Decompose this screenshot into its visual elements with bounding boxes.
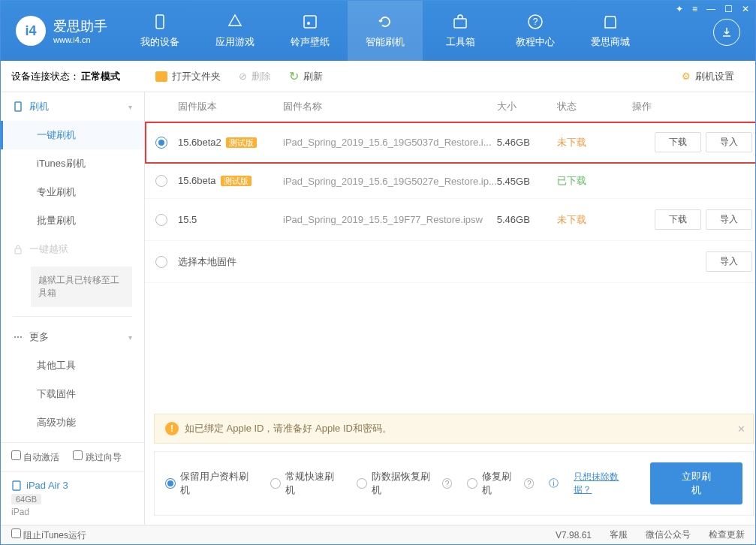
appleid-banner: ! 如已绑定 Apple ID，请准备好 Apple ID和密码。 ✕ bbox=[154, 414, 754, 444]
flash-option[interactable]: 保留用户资料刷机 bbox=[165, 470, 255, 497]
sidebar-section-more[interactable]: 更多 ▾ bbox=[1, 323, 144, 351]
window-controls: ✦ ≡ — ☐ ✕ bbox=[676, 4, 749, 14]
toolbar: 打开文件夹 ⊘ 删除 ↻ 刷新 ⚙ 刷机设置 bbox=[145, 61, 756, 92]
wechat-link[interactable]: 微信公众号 bbox=[646, 528, 691, 541]
nav-store[interactable]: 爱思商城 bbox=[573, 1, 648, 61]
close-icon[interactable]: ✕ bbox=[742, 4, 749, 14]
option-radio[interactable] bbox=[467, 478, 477, 489]
skip-guide-checkbox[interactable]: 跳过向导 bbox=[73, 450, 121, 464]
sidebar-item-oneclick[interactable]: 一键刷机 bbox=[1, 121, 144, 149]
svg-rect-6 bbox=[15, 102, 21, 111]
refresh-button[interactable]: ↻ 刷新 bbox=[289, 69, 323, 83]
logo: i4 爱思助手 www.i4.cn bbox=[1, 16, 122, 46]
flash-option[interactable]: 防数据恢复刷机? bbox=[357, 470, 452, 497]
media-icon bbox=[301, 13, 319, 31]
firmware-table: 15.6beta2测试版 iPad_Spring_2019_15.6_19G50… bbox=[145, 122, 756, 408]
status-text: 未下载 bbox=[557, 136, 632, 149]
minimize-icon[interactable]: — bbox=[706, 4, 715, 14]
row-radio[interactable] bbox=[155, 137, 167, 149]
folder-icon bbox=[155, 71, 167, 82]
sidebar-item-othertools[interactable]: 其他工具 bbox=[1, 351, 144, 380]
info-icon: ⓘ bbox=[549, 477, 559, 490]
svg-text:?: ? bbox=[533, 17, 538, 27]
list-icon[interactable]: ≡ bbox=[692, 4, 697, 14]
firmware-row[interactable]: 15.6beta2测试版 iPad_Spring_2019_15.6_19G50… bbox=[145, 122, 756, 164]
sidebar-section-jailbreak: 一键越狱 bbox=[1, 235, 144, 263]
nav-apps[interactable]: 应用游戏 bbox=[197, 1, 273, 61]
option-radio[interactable] bbox=[165, 478, 176, 489]
beta-badge: 测试版 bbox=[226, 137, 257, 148]
svg-point-2 bbox=[307, 22, 310, 25]
option-radio[interactable] bbox=[357, 478, 367, 489]
sidebar-item-pro[interactable]: 专业刷机 bbox=[1, 178, 144, 206]
auto-activate-checkbox[interactable]: 自动激活 bbox=[11, 450, 59, 464]
row-radio[interactable] bbox=[155, 256, 167, 268]
table-header: 固件版本 固件名称 大小 状态 操作 bbox=[145, 92, 756, 122]
sidebar-item-download-fw[interactable]: 下载固件 bbox=[1, 380, 144, 408]
firmware-row[interactable]: 15.5 iPad_Spring_2019_15.5_19F77_Restore… bbox=[145, 199, 756, 241]
row-radio[interactable] bbox=[155, 214, 167, 226]
size-text: 5.46GB bbox=[497, 137, 557, 148]
sidebar-item-batch[interactable]: 批量刷机 bbox=[1, 206, 144, 235]
download-circle-button[interactable] bbox=[713, 19, 740, 46]
import-button[interactable]: 导入 bbox=[706, 251, 752, 272]
menu-icon[interactable]: ✦ bbox=[676, 4, 683, 14]
flash-option[interactable]: 常规快速刷机 bbox=[270, 470, 342, 497]
size-text: 5.46GB bbox=[497, 214, 557, 225]
version-text: 15.5 bbox=[178, 214, 197, 225]
beta-badge: 测试版 bbox=[221, 176, 251, 186]
sidebar: 设备连接状态： 正常模式 刷机 ▾ 一键刷机 iTunes刷机 专业刷机 批量刷… bbox=[1, 61, 145, 525]
help-icon[interactable]: ? bbox=[442, 478, 453, 489]
nav-help[interactable]: ?教程中心 bbox=[498, 1, 573, 61]
sidebar-item-itunes[interactable]: iTunes刷机 bbox=[1, 149, 144, 178]
service-link[interactable]: 客服 bbox=[610, 528, 628, 541]
erase-link[interactable]: 只想抹除数据？ bbox=[574, 471, 635, 496]
firmware-row[interactable]: 选择本地固件 导入 bbox=[145, 241, 756, 283]
device-icon bbox=[151, 13, 169, 31]
device-info: iPad Air 3 64GB iPad bbox=[1, 471, 144, 525]
app-url: www.i4.cn bbox=[53, 35, 107, 44]
firmware-name: iPad_Spring_2019_15.6_19G5027e_Restore.i… bbox=[283, 176, 497, 187]
svg-point-9 bbox=[17, 336, 19, 338]
row-radio[interactable] bbox=[155, 175, 167, 187]
firmware-name: iPad_Spring_2019_15.6_19G5037d_Restore.i… bbox=[283, 137, 497, 148]
header: i4 爱思助手 www.i4.cn 我的设备应用游戏铃声壁纸智能刷机工具箱?教程… bbox=[1, 1, 755, 61]
store-icon bbox=[601, 13, 619, 31]
flash-settings-button[interactable]: ⚙ 刷机设置 bbox=[682, 70, 734, 83]
flash-now-button[interactable]: 立即刷机 bbox=[650, 462, 742, 504]
gear-icon: ⚙ bbox=[682, 71, 691, 82]
svg-point-10 bbox=[20, 336, 22, 338]
delete-icon: ⊘ bbox=[239, 71, 247, 82]
chevron-down-icon: ▾ bbox=[128, 333, 132, 342]
firmware-name: iPad_Spring_2019_15.5_19F77_Restore.ipsw bbox=[283, 214, 497, 225]
close-banner-button[interactable]: ✕ bbox=[737, 423, 745, 435]
open-folder-button[interactable]: 打开文件夹 bbox=[155, 70, 221, 83]
sidebar-item-advanced[interactable]: 高级功能 bbox=[1, 408, 144, 437]
refresh-icon: ↻ bbox=[289, 69, 299, 83]
version-label: V7.98.61 bbox=[556, 530, 592, 540]
block-itunes-checkbox[interactable]: 阻止iTunes运行 bbox=[11, 528, 86, 542]
update-link[interactable]: 检查更新 bbox=[709, 528, 745, 541]
more-icon bbox=[13, 332, 23, 342]
svg-rect-7 bbox=[15, 248, 21, 254]
lock-icon bbox=[13, 244, 23, 254]
import-button[interactable]: 导入 bbox=[706, 132, 752, 152]
storage-badge: 64GB bbox=[11, 494, 41, 504]
import-button[interactable]: 导入 bbox=[706, 209, 752, 230]
nav-refresh[interactable]: 智能刷机 bbox=[348, 1, 423, 61]
option-radio[interactable] bbox=[270, 478, 281, 489]
nav-toolbox[interactable]: 工具箱 bbox=[423, 1, 498, 61]
download-button[interactable]: 下载 bbox=[655, 132, 701, 152]
connection-status: 设备连接状态： 正常模式 bbox=[1, 61, 145, 92]
sidebar-section-flash[interactable]: 刷机 ▾ bbox=[1, 92, 144, 121]
app-name: 爱思助手 bbox=[53, 17, 107, 35]
nav-media[interactable]: 铃声壁纸 bbox=[273, 1, 348, 61]
nav-device[interactable]: 我的设备 bbox=[122, 1, 197, 61]
delete-button: ⊘ 删除 bbox=[239, 70, 271, 83]
version-text: 15.6beta bbox=[178, 175, 216, 186]
firmware-row[interactable]: 15.6beta测试版 iPad_Spring_2019_15.6_19G502… bbox=[145, 164, 756, 199]
maximize-icon[interactable]: ☐ bbox=[724, 4, 733, 14]
help-icon[interactable]: ? bbox=[524, 478, 535, 489]
flash-option[interactable]: 修复刷机? bbox=[467, 470, 534, 497]
download-button[interactable]: 下载 bbox=[655, 209, 701, 230]
